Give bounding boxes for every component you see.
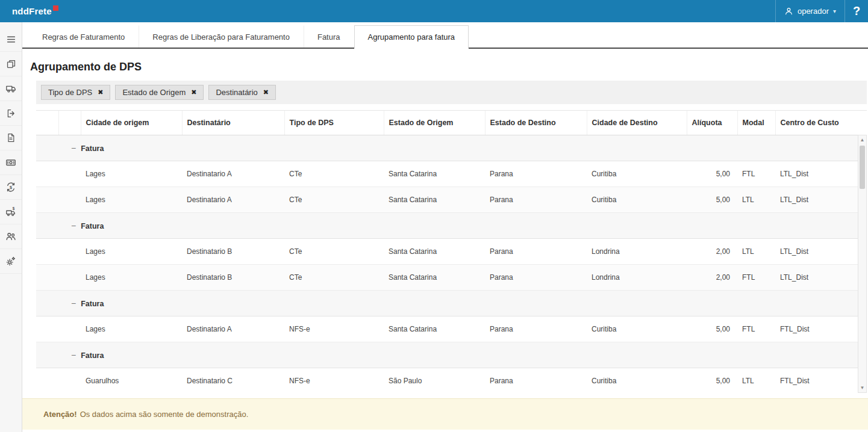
- chip-remove-icon[interactable]: ✖: [191, 89, 196, 96]
- sidebar: $ $: [0, 22, 22, 432]
- table-cell-empty: [58, 187, 81, 212]
- table-cell: Parana: [485, 368, 587, 393]
- topbar-right: operador ▾ ?: [775, 0, 868, 22]
- sign-out-icon[interactable]: [0, 101, 22, 126]
- collapse-icon[interactable]: −: [71, 298, 76, 308]
- group-chip[interactable]: Destinatário✖: [208, 85, 276, 100]
- table-cell: Santa Catarina: [384, 187, 485, 212]
- truck-icon[interactable]: [0, 76, 22, 101]
- tab-strip: Regras de FaturamentoRegras de Liberação…: [22, 22, 868, 49]
- group-chip[interactable]: Tipo de DPS✖: [41, 85, 110, 100]
- table-row[interactable]: LagesDestinatario ACTeSanta CatarinaPara…: [36, 187, 858, 212]
- column-header[interactable]: Alíquota: [687, 111, 737, 135]
- column-header[interactable]: Tipo de DPS: [284, 111, 384, 135]
- table-cell: 5,00: [687, 368, 737, 393]
- column-header[interactable]: Destinatário: [182, 111, 284, 135]
- column-header[interactable]: Cidade de Destino: [587, 111, 687, 135]
- tab-2[interactable]: Fatura: [304, 25, 354, 48]
- column-header[interactable]: Estado de Destino: [485, 111, 587, 135]
- table-cell: LTL_Dist: [775, 187, 858, 212]
- table-cell: Curitiba: [587, 161, 687, 187]
- table-cell: 5,00: [687, 161, 737, 187]
- table-cell: LTL_Dist: [775, 238, 858, 264]
- page-title: Agrupamento de DPS: [30, 61, 867, 73]
- table-cell-empty: [36, 238, 58, 264]
- table-cell: Santa Catarina: [384, 264, 485, 290]
- scroll-down-icon[interactable]: ▼: [858, 385, 866, 390]
- collapse-icon[interactable]: −: [71, 350, 76, 360]
- group-label: Fatura: [81, 144, 104, 153]
- chip-remove-icon[interactable]: ✖: [263, 89, 269, 96]
- table-cell: NFS-e: [284, 316, 384, 342]
- table-row[interactable]: LagesDestinatario BCTeSanta CatarinaPara…: [36, 238, 858, 264]
- table-cell: Londrina: [587, 264, 687, 290]
- table-cell: São Paulo: [384, 368, 485, 393]
- svg-text:$: $: [13, 206, 15, 211]
- vertical-scrollbar[interactable]: ▲ ▼: [858, 135, 867, 393]
- table-cell: Lages: [81, 316, 182, 342]
- column-header[interactable]: Estado de Origem: [384, 111, 485, 135]
- table-cell: Parana: [485, 238, 587, 264]
- grid-table: Cidade de origemDestinatárioTipo de DPSE…: [36, 111, 858, 393]
- table-cell: Santa Catarina: [384, 316, 485, 342]
- app-logo-text: nddFrete: [12, 6, 52, 16]
- column-header[interactable]: Centro de Custo: [775, 111, 858, 135]
- table-row[interactable]: LagesDestinatario ACTeSanta CatarinaPara…: [36, 161, 858, 187]
- copy-pages-icon[interactable]: [0, 52, 22, 76]
- table-cell: CTe: [284, 161, 384, 187]
- help-button[interactable]: ?: [845, 0, 868, 22]
- currency-refresh-icon[interactable]: $: [0, 175, 22, 200]
- table-cell: 5,00: [687, 316, 737, 342]
- document-icon[interactable]: [0, 126, 22, 150]
- group-chip[interactable]: Estado de Origem✖: [115, 85, 204, 100]
- table-cell: Destinatario A: [182, 316, 284, 342]
- group-row[interactable]: −Fatura: [36, 342, 858, 368]
- group-row[interactable]: −Fatura: [36, 135, 858, 161]
- column-header-empty: [36, 111, 58, 135]
- column-header[interactable]: Cidade de origem: [81, 111, 182, 135]
- users-icon[interactable]: [0, 224, 22, 249]
- table-cell: Destinatario C: [182, 368, 284, 393]
- table-cell: 2,00: [687, 264, 737, 290]
- tab-1[interactable]: Regras de Liberação para Faturamento: [139, 25, 304, 48]
- menu-icon[interactable]: [0, 27, 22, 52]
- collapse-icon[interactable]: −: [71, 221, 76, 230]
- user-menu[interactable]: operador ▾: [775, 0, 845, 22]
- tab-0[interactable]: Regras de Faturamento: [28, 25, 139, 48]
- chip-remove-icon[interactable]: ✖: [98, 89, 103, 96]
- table-cell: FTL: [737, 161, 775, 187]
- freight-payment-icon[interactable]: $: [0, 200, 22, 224]
- table-cell: Destinatario A: [182, 187, 284, 212]
- table-cell: FTL_Dist: [775, 316, 858, 342]
- table-cell-empty: [58, 316, 81, 342]
- table-cell: FTL_Dist: [775, 368, 858, 393]
- table-cell: Santa Catarina: [384, 161, 485, 187]
- table-cell: LTL: [737, 238, 775, 264]
- table-cell: Lages: [81, 264, 182, 290]
- table-cell-empty: [58, 161, 81, 187]
- table-cell: LTL_Dist: [775, 264, 858, 290]
- table-cell: Londrina: [587, 238, 687, 264]
- tab-3[interactable]: Agrupamento para fatura: [354, 25, 469, 49]
- settings-icon[interactable]: [0, 249, 22, 274]
- column-header[interactable]: Modal: [737, 111, 775, 135]
- collapse-icon[interactable]: −: [71, 143, 76, 153]
- table-cell: Destinatario B: [182, 238, 284, 264]
- scroll-up-icon[interactable]: ▲: [858, 137, 866, 143]
- table-cell: Curitiba: [587, 316, 687, 342]
- scrollbar-thumb[interactable]: [860, 146, 865, 189]
- chip-label: Destinatário: [216, 88, 257, 97]
- group-panel: Tipo de DPS✖Estado de Origem✖Destinatári…: [36, 81, 867, 104]
- group-label: Fatura: [81, 351, 104, 360]
- group-row[interactable]: −Fatura: [36, 212, 858, 238]
- content-column: Regras de FaturamentoRegras de Liberação…: [22, 22, 868, 432]
- table-cell: Lages: [81, 238, 182, 264]
- table-cell: FTL: [737, 316, 775, 342]
- table-row[interactable]: LagesDestinatario ANFS-eSanta CatarinaPa…: [36, 316, 858, 342]
- group-row[interactable]: −Fatura: [36, 290, 858, 316]
- table-row[interactable]: LagesDestinatario BCTeSanta CatarinaPara…: [36, 264, 858, 290]
- table-row[interactable]: GuarulhosDestinatario CNFS-eSão PauloPar…: [36, 368, 858, 393]
- banknote-icon[interactable]: [0, 150, 22, 175]
- grid-body: −FaturaLagesDestinatario ACTeSanta Catar…: [36, 135, 858, 393]
- group-label: Fatura: [81, 222, 104, 230]
